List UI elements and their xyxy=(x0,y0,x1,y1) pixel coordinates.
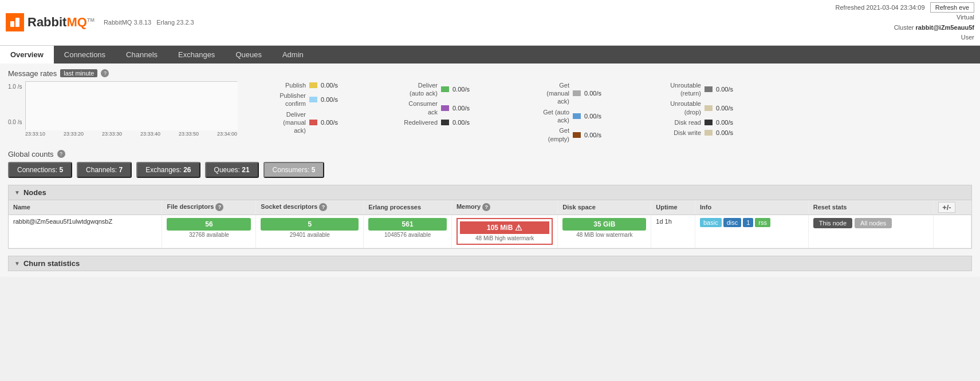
consumers-badge[interactable]: Consumers: 5 xyxy=(263,162,325,178)
erlang-proc-cell: 561 1048576 available xyxy=(364,215,452,248)
rabbitmq-version: RabbitMQ 3.8.13 xyxy=(104,19,151,26)
logo-mq: MQ xyxy=(66,15,86,29)
churn-section-title[interactable]: ▼ Churn statistics xyxy=(8,256,972,271)
rate-col-3: Get(manualack) 0.00/s Get (autoack) 0.00… xyxy=(512,81,627,143)
col-socket-desc: Socket descriptors ? xyxy=(256,200,364,215)
rate-consumer-ack: Consumerack 0.00/s xyxy=(380,100,495,116)
chart-x-labels: 23:33:10 23:33:20 23:33:30 23:33:40 23:3… xyxy=(25,130,237,137)
rate-publish: Publish 0.00/s xyxy=(249,81,363,89)
disk-read-value: 0.00/s xyxy=(716,119,745,126)
all-nodes-button[interactable]: All nodes xyxy=(855,218,892,228)
this-node-button[interactable]: This node xyxy=(813,218,852,228)
reset-stats-buttons: This node All nodes xyxy=(813,218,928,228)
chart-svg xyxy=(26,82,238,130)
message-rates-header: Message rates last minute ? xyxy=(8,69,972,78)
global-counts-header: Global counts ? xyxy=(8,150,972,158)
socket-desc-cell: 5 29401 available xyxy=(256,215,364,248)
erlang-proc-sub: 1048576 available xyxy=(368,232,447,238)
global-counts-help[interactable]: ? xyxy=(57,150,65,158)
rate-col-4: Unroutable(return) 0.00/s Unroutable(dro… xyxy=(644,81,758,137)
disk-space-sub: 48 MiB low watermark xyxy=(562,232,646,238)
nodes-title-text: Nodes xyxy=(23,188,46,197)
x-label-2: 23:33:20 xyxy=(64,131,84,137)
tab-connections[interactable]: Connections xyxy=(54,46,116,64)
rate-deliver-manual: Deliver(manualack) 0.00/s xyxy=(249,110,363,135)
nodes-section-title[interactable]: ▼ Nodes xyxy=(8,185,972,200)
chart-with-labels: 1.0 /s 0.0 /s 23:33:10 23:33:20 23:33:30… xyxy=(8,81,237,137)
connections-badge[interactable]: Connections: 5 xyxy=(8,162,72,178)
get-auto-value: 0.00/s xyxy=(584,113,613,120)
info-cell: basic disc 1 rss xyxy=(695,215,808,248)
col-file-desc: File descriptors ? xyxy=(162,200,256,215)
channels-badge[interactable]: Channels: 7 xyxy=(77,162,132,178)
deliver-manual-label: Deliver(manualack) xyxy=(249,110,306,135)
get-auto-label: Get (autoack) xyxy=(512,108,569,125)
disk-write-dot xyxy=(705,130,713,136)
badge-basic[interactable]: basic xyxy=(700,218,722,227)
redelivered-value: 0.00/s xyxy=(452,119,481,126)
disk-write-value: 0.00/s xyxy=(716,129,745,136)
rate-unroutable-return: Unroutable(return) 0.00/s xyxy=(644,81,758,98)
queues-badge[interactable]: Queues: 21 xyxy=(205,162,259,178)
x-label-4: 23:33:40 xyxy=(140,131,160,137)
disk-read-dot xyxy=(705,120,713,125)
col-uptime: Uptime xyxy=(651,200,695,215)
unroutable-return-dot xyxy=(705,86,713,92)
x-label-6: 23:34:00 xyxy=(217,131,237,137)
get-empty-label: Get(empty) xyxy=(512,126,569,143)
file-desc-value: 56 xyxy=(167,218,251,231)
get-auto-dot xyxy=(573,113,581,119)
tab-admin[interactable]: Admin xyxy=(272,46,314,64)
col-name: Name xyxy=(9,200,162,215)
publish-label: Publish xyxy=(249,81,306,89)
version-info: RabbitMQ 3.8.13 Erlang 23.2.3 xyxy=(104,19,194,26)
memory-cell: 105 MiB ⚠ 48 MiB high watermark xyxy=(451,215,557,248)
tab-exchanges[interactable]: Exchanges xyxy=(168,46,225,64)
publish-dot xyxy=(309,82,317,88)
logo: RabbitMQTM RabbitMQ 3.8.13 Erlang 23.2.3 xyxy=(6,13,194,31)
deliver-auto-dot xyxy=(441,86,449,92)
expand-cell xyxy=(934,215,971,248)
churn-title-text: Churn statistics xyxy=(23,259,80,268)
tab-queues[interactable]: Queues xyxy=(225,46,272,64)
nodes-section: ▼ Nodes Name File descriptors ? Socket d… xyxy=(8,185,972,249)
badge-rss[interactable]: rss xyxy=(755,218,770,227)
table-row: rabbit@iZm5eauu5f1ulwtdgwqnsbZ 56 32768 … xyxy=(9,215,971,248)
chart-y-bottom: 0.0 /s xyxy=(8,119,25,125)
disk-space-value: 35 GiB xyxy=(562,218,646,231)
tab-overview[interactable]: Overview xyxy=(0,46,54,64)
file-desc-sub: 32768 available xyxy=(167,232,251,238)
get-manual-dot xyxy=(573,90,581,96)
nodes-table-container: Name File descriptors ? Socket descripto… xyxy=(8,200,972,249)
count-badges: Connections: 5 Channels: 7 Exchanges: 26… xyxy=(8,162,972,178)
churn-collapse-icon: ▼ xyxy=(14,260,20,267)
refresh-button[interactable]: Refresh eve xyxy=(930,2,974,13)
message-rates-help[interactable]: ? xyxy=(101,69,109,77)
rate-get-empty: Get(empty) 0.00/s xyxy=(512,126,627,143)
publisher-confirm-label: Publisherconfirm xyxy=(249,92,306,108)
get-manual-label: Get(manualack) xyxy=(512,81,569,106)
badge-num[interactable]: 1 xyxy=(743,218,753,227)
rate-redelivered: Redelivered 0.00/s xyxy=(380,118,495,126)
disk-read-label: Disk read xyxy=(644,118,701,126)
col-plus-minus: +/- xyxy=(934,200,971,215)
deliver-auto-value: 0.00/s xyxy=(452,86,481,93)
erlang-version: Erlang 23.2.3 xyxy=(156,19,194,26)
uptime-value: 1d 1h xyxy=(656,218,672,225)
col-disk-space: Disk space xyxy=(558,200,651,215)
header-left: RabbitMQTM RabbitMQ 3.8.13 Erlang 23.2.3 xyxy=(6,13,194,31)
deliver-auto-label: Deliver(auto ack) xyxy=(380,81,438,98)
disk-write-label: Disk write xyxy=(644,129,701,137)
rate-deliver-auto: Deliver(auto ack) 0.00/s xyxy=(380,81,495,98)
get-empty-value: 0.00/s xyxy=(584,132,613,138)
badge-disc[interactable]: disc xyxy=(723,218,742,227)
exchanges-badge[interactable]: Exchanges: 26 xyxy=(136,162,200,178)
consumer-ack-label: Consumerack xyxy=(380,100,438,116)
time-filter-badge[interactable]: last minute xyxy=(60,69,97,77)
tab-channels[interactable]: Channels xyxy=(116,46,168,64)
reset-stats-cell: This node All nodes xyxy=(808,215,933,248)
col-memory: Memory ? xyxy=(451,200,557,215)
rate-get-manual: Get(manualack) 0.00/s xyxy=(512,81,627,106)
chart-canvas xyxy=(25,81,237,130)
socket-desc-value: 5 xyxy=(261,218,359,231)
